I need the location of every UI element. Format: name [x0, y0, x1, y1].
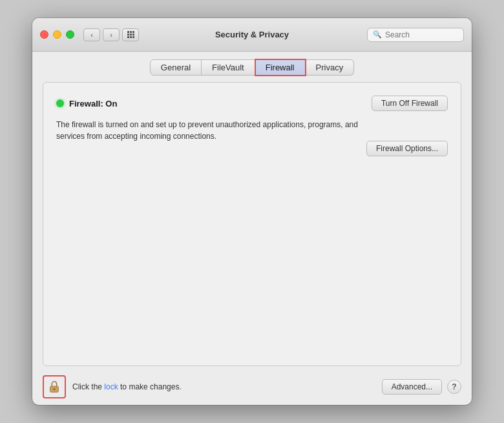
lock-text-after: to make changes. [118, 382, 182, 391]
svg-point-1 [54, 388, 56, 390]
maximize-button[interactable] [66, 30, 74, 39]
firewall-options-button[interactable]: Firewall Options... [366, 141, 448, 156]
titlebar: ‹ › Security & Privacy 🔍 [32, 18, 472, 52]
tab-bar: General FileVault Firewall Privacy [32, 52, 472, 82]
window-title: Security & Privacy [215, 30, 289, 39]
nav-buttons: ‹ › [83, 28, 120, 41]
firewall-status-label: Firewall: On [69, 99, 117, 108]
lock-text: Click the lock to make changes. [72, 382, 182, 391]
lock-text-before: Click the [72, 382, 104, 391]
tab-firewall[interactable]: Firewall [255, 59, 306, 76]
help-button[interactable]: ? [447, 380, 461, 394]
lock-link[interactable]: lock [104, 382, 118, 391]
bottom-right-buttons: Advanced... ? [382, 379, 461, 395]
grid-icon [127, 31, 134, 38]
minimize-button[interactable] [53, 30, 61, 39]
tab-general[interactable]: General [150, 59, 202, 76]
tab-filevault[interactable]: FileVault [202, 59, 255, 76]
lock-icon [47, 380, 61, 394]
back-button[interactable]: ‹ [83, 28, 100, 41]
advanced-button[interactable]: Advanced... [382, 379, 442, 395]
bottom-bar: Click the lock to make changes. Advanced… [32, 369, 472, 405]
firewall-status-row: Firewall: On Turn Off Firewall [56, 96, 448, 111]
search-icon: 🔍 [373, 30, 382, 39]
grid-button[interactable] [122, 28, 139, 41]
lock-button[interactable] [43, 375, 66, 398]
search-input[interactable] [385, 30, 458, 39]
forward-button[interactable]: › [103, 28, 120, 41]
close-button[interactable] [40, 30, 48, 39]
tab-privacy[interactable]: Privacy [306, 59, 355, 76]
turn-off-firewall-button[interactable]: Turn Off Firewall [372, 96, 448, 111]
status-indicator [56, 99, 64, 107]
traffic-lights [40, 30, 74, 39]
content-area: Firewall: On Turn Off Firewall The firew… [43, 82, 461, 366]
search-box[interactable]: 🔍 [367, 28, 464, 42]
firewall-description: The firewall is turned on and set up to … [56, 119, 366, 142]
main-window: ‹ › Security & Privacy 🔍 General FileVau… [32, 18, 472, 405]
